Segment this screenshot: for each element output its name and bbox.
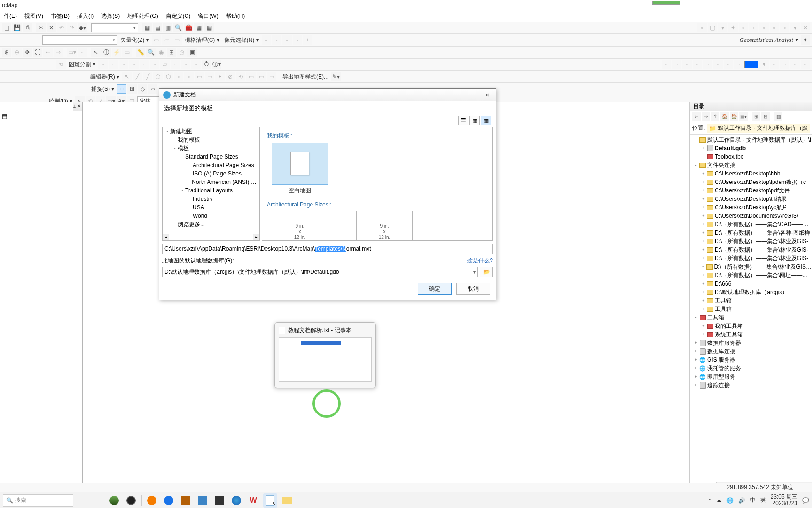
catalog-tree-item[interactable]: +🌐即用型服务 <box>690 373 812 381</box>
pan-button[interactable]: ✥ <box>23 48 32 57</box>
app-icon-1[interactable] <box>107 493 121 508</box>
raster-cleanup-menu[interactable]: 栅格清理(C) ▾ <box>183 36 221 44</box>
cancel-button[interactable]: 取消 <box>456 283 490 295</box>
catalog-tree-item[interactable]: +D:\666 <box>690 279 812 288</box>
identify-button[interactable]: ⓘ <box>102 48 111 57</box>
toc-pin-icon[interactable]: ⟂ <box>72 103 77 109</box>
template-gallery[interactable]: 我的模板⌃ 空白地图 Architectural Page Sizes⌃ 9 i… <box>262 127 493 241</box>
p7[interactable]: ▱ <box>160 60 170 69</box>
ok-button[interactable]: 确定 <box>418 283 452 295</box>
editor-menu[interactable]: 编辑器(R) ▾ <box>88 73 121 81</box>
goto-xy-button[interactable]: ⊞ <box>167 48 176 57</box>
delete-button[interactable]: ✕ <box>47 23 56 32</box>
cell-btn4[interactable]: ▫ <box>293 35 302 45</box>
add-data-button[interactable]: ◆▾ <box>78 23 87 32</box>
catalog-tree-item[interactable]: +C:\Users\xzd\Documents\ArcGIS\ <box>690 212 812 220</box>
save-button[interactable]: 💾 <box>12 23 22 32</box>
tb-btn-grp2f[interactable]: ◦ <box>749 23 758 32</box>
catalog-tree-item[interactable]: +D:\（所有数据）——集合\林业及GIS- <box>690 246 812 254</box>
cell-btn1[interactable]: ▫ <box>262 35 271 45</box>
app-icon-globe[interactable] <box>229 493 243 508</box>
r1[interactable]: ▫ <box>662 60 671 69</box>
catalog-tree-item[interactable]: +C:\Users\xzd\Desktop\pdf文件 <box>690 186 812 195</box>
tb-btn-grp2c[interactable]: ▾ <box>718 23 727 32</box>
p-info-icon[interactable]: ⓘ▾ <box>212 60 221 69</box>
location-combo[interactable]: 📁默认工作目录 - 文件地理数据库（默 <box>707 124 810 133</box>
e14[interactable]: ▭ <box>257 72 266 81</box>
redo-button[interactable]: ↷ <box>67 23 77 32</box>
e7[interactable]: ▫ <box>184 72 194 81</box>
layer-combo[interactable] <box>42 35 117 45</box>
tray-ime-lang[interactable]: 英 <box>760 496 766 504</box>
time-slider-button[interactable]: ◷ <box>177 48 187 57</box>
catalog-tree-item[interactable]: +Default.gdb <box>690 144 812 152</box>
catalog-tree-item[interactable]: +我的工具箱 <box>690 322 812 330</box>
catalog-button[interactable]: ▥ <box>163 23 172 32</box>
menu-view[interactable]: 视图(V) <box>22 11 46 21</box>
cat-list-icon[interactable]: ▤▾ <box>739 112 748 121</box>
catalog-tree-item[interactable]: -文件夹连接 <box>690 161 812 169</box>
catalog-tree-item[interactable]: Toolbox.tbx <box>690 152 812 161</box>
p10[interactable]: ◦ <box>191 60 201 69</box>
tray-notifications-icon[interactable]: 💬 <box>802 497 809 504</box>
catalog-tree-item[interactable]: +C:\Users\xzd\Desktop\lpdem数据（c <box>690 178 812 186</box>
p5[interactable]: ◦ <box>140 60 149 69</box>
vec-btn3[interactable]: ▭ <box>172 35 182 45</box>
measure-button[interactable]: 📏 <box>136 48 145 57</box>
r2[interactable]: ▫ <box>672 60 681 69</box>
viewer-button[interactable]: ▣ <box>187 48 197 57</box>
p-clock-icon[interactable]: Ō <box>202 60 211 69</box>
p3[interactable]: ◦ <box>119 60 128 69</box>
app-icon-wps[interactable]: W <box>246 493 260 508</box>
tray-onedrive-icon[interactable]: ☁ <box>716 497 722 504</box>
tray-volume-icon[interactable]: 🔊 <box>738 497 745 504</box>
catalog-tree-item[interactable]: +D:\（所有数据）——集合\网址——搜集 <box>690 271 812 279</box>
tb-btn-grp2k[interactable]: ✕ <box>801 23 810 32</box>
e15[interactable]: ▭ <box>267 72 276 81</box>
color-swatch[interactable] <box>744 61 758 68</box>
catalog-tree-item[interactable]: +🌐我托管的服务 <box>690 364 812 373</box>
collapse-icon[interactable]: ⌃ <box>289 133 293 138</box>
python-button[interactable]: ▦ <box>194 23 203 32</box>
template-path[interactable]: C:\Users\xzd\AppData\Roaming\ESRI\Deskto… <box>162 244 493 254</box>
e12[interactable]: ⟲ <box>236 72 245 81</box>
catalog-tree-item[interactable]: +C:\Users\xzd\Desktop\yc航片 <box>690 203 812 212</box>
catalog-tree[interactable]: -默认工作目录 - 文件地理数据库（默认）\f+Default.gdbToolb… <box>690 135 812 482</box>
catalog-tree-item[interactable]: +追踪连接 <box>690 381 812 389</box>
snap-edge-icon[interactable]: ▱ <box>148 84 157 94</box>
taskbar-search[interactable]: 🔍 搜索 <box>3 494 73 507</box>
pointer-button[interactable]: ↖ <box>91 48 101 57</box>
cat-back-icon[interactable]: ⇐ <box>692 112 701 121</box>
r13[interactable]: ▫ <box>801 60 810 69</box>
taskbar-preview[interactable]: 教程文档解析.txt - 记事本 <box>274 322 376 388</box>
e2[interactable]: ╱ <box>133 72 142 81</box>
toc-tool-icon[interactable]: ▤ <box>2 113 7 119</box>
gdb-path-combo[interactable]: D:\默认地理数据库（arcgis）\文件地理数据库（默认）\ffff\Defa… <box>162 267 478 277</box>
e13[interactable]: ▭ <box>246 72 256 81</box>
export-map-style[interactable]: 导出地图样式(E)... <box>281 73 330 81</box>
zoom-in-button[interactable]: ⊕ <box>2 48 11 57</box>
e10[interactable]: + <box>215 72 225 81</box>
cat-fwd-icon[interactable]: ⇒ <box>702 112 710 121</box>
catalog-tree-item[interactable]: +系统工具箱 <box>690 330 812 339</box>
catalog-tree-item[interactable]: +D:\默认地理数据库（arcgis） <box>690 288 812 296</box>
menu-selection[interactable]: 选择(S) <box>98 11 123 21</box>
browse-gdb-button[interactable]: 📂 <box>480 267 493 277</box>
menu-bookmarks[interactable]: 书签(B) <box>48 11 72 21</box>
p1[interactable]: ◦ <box>98 60 108 69</box>
e9[interactable]: ▭ <box>205 72 214 81</box>
model-builder-button[interactable]: ▦ <box>204 23 214 32</box>
r11[interactable]: ▫ <box>780 60 789 69</box>
app-icon-edge[interactable] <box>162 493 176 508</box>
vec-btn2[interactable]: ▱ <box>162 35 172 45</box>
catalog-tree-item[interactable]: +数据库服务器 <box>690 339 812 347</box>
e11[interactable]: ⊘ <box>226 72 235 81</box>
e8[interactable]: ▭ <box>195 72 204 81</box>
new-button[interactable]: ◫ <box>2 23 11 32</box>
r6[interactable]: ▫ <box>713 60 723 69</box>
template-arch-landscape[interactable]: 9 in. x 12 in. ARCH A Landscape <box>267 211 333 241</box>
e6[interactable]: ▫ <box>174 72 183 81</box>
catalog-tree-item[interactable]: +D:\（所有数据）——集合\林业及GIS- <box>690 254 812 262</box>
tb-btn-grp2b[interactable]: ▢ <box>708 23 717 32</box>
find-route-button[interactable]: ◉ <box>156 48 166 57</box>
